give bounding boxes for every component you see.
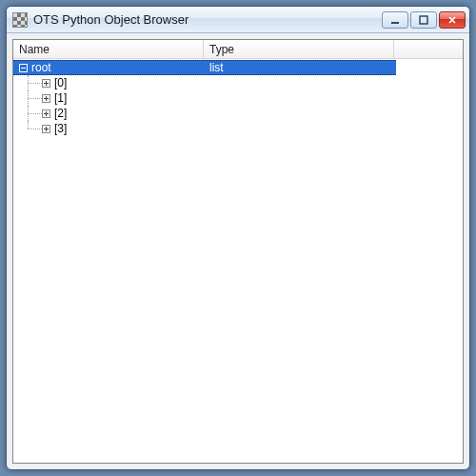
tree-connector bbox=[19, 121, 42, 136]
tree-cell-name: [0] bbox=[13, 75, 204, 90]
tree-node-label: [0] bbox=[54, 76, 67, 89]
column-header-spacer bbox=[394, 40, 463, 58]
tree-row[interactable]: [1] bbox=[13, 90, 463, 106]
tree-cell-type bbox=[204, 75, 394, 90]
svg-rect-1 bbox=[420, 16, 427, 24]
tree-node-type: list bbox=[209, 61, 224, 74]
tree-cell-name: [1] bbox=[13, 90, 204, 106]
column-header-name-label: Name bbox=[19, 43, 50, 56]
column-header-type[interactable]: Type bbox=[204, 40, 394, 58]
tree-row[interactable]: [0] bbox=[13, 75, 463, 90]
expand-icon[interactable] bbox=[42, 125, 50, 133]
expand-icon[interactable] bbox=[42, 94, 50, 103]
tree-row-root[interactable]: root list bbox=[13, 60, 396, 75]
window-buttons bbox=[382, 11, 466, 29]
tree-connector bbox=[19, 106, 42, 121]
window-title: OTS Python Object Browser bbox=[33, 12, 382, 27]
client-area: Name Type root list [0 bbox=[12, 39, 464, 464]
close-icon bbox=[447, 15, 457, 25]
tree-cell-type bbox=[204, 106, 394, 121]
svg-rect-0 bbox=[391, 22, 399, 24]
app-icon bbox=[12, 12, 28, 28]
tree-node-label: [1] bbox=[54, 91, 67, 105]
titlebar[interactable]: OTS Python Object Browser bbox=[7, 7, 469, 33]
tree-row[interactable]: [2] bbox=[13, 106, 463, 121]
tree-node-label: root bbox=[31, 61, 51, 74]
app-window: OTS Python Object Browser Name Type bbox=[6, 6, 470, 470]
tree-cell-name: root bbox=[13, 61, 204, 74]
maximize-button[interactable] bbox=[410, 11, 437, 29]
close-button[interactable] bbox=[439, 11, 466, 29]
minimize-icon bbox=[390, 15, 400, 25]
expand-icon[interactable] bbox=[42, 79, 50, 88]
tree-connector bbox=[19, 90, 42, 106]
tree-cell-name: [3] bbox=[13, 121, 204, 136]
tree-node-label: [2] bbox=[54, 107, 67, 120]
tree-cell-type: list bbox=[204, 61, 394, 74]
expand-icon[interactable] bbox=[42, 109, 50, 118]
collapse-icon[interactable] bbox=[19, 64, 28, 72]
column-headers: Name Type bbox=[13, 40, 463, 59]
minimize-button[interactable] bbox=[382, 11, 408, 29]
tree-view[interactable]: root list [0] bbox=[13, 59, 463, 463]
tree-cell-type bbox=[204, 121, 394, 136]
column-header-name[interactable]: Name bbox=[13, 40, 204, 58]
tree-connector bbox=[19, 75, 42, 90]
column-header-type-label: Type bbox=[209, 43, 234, 56]
tree-cell-type bbox=[204, 90, 394, 106]
maximize-icon bbox=[419, 15, 428, 25]
tree-row[interactable]: [3] bbox=[13, 121, 463, 136]
tree-node-label: [3] bbox=[54, 122, 67, 135]
tree-cell-name: [2] bbox=[13, 106, 204, 121]
